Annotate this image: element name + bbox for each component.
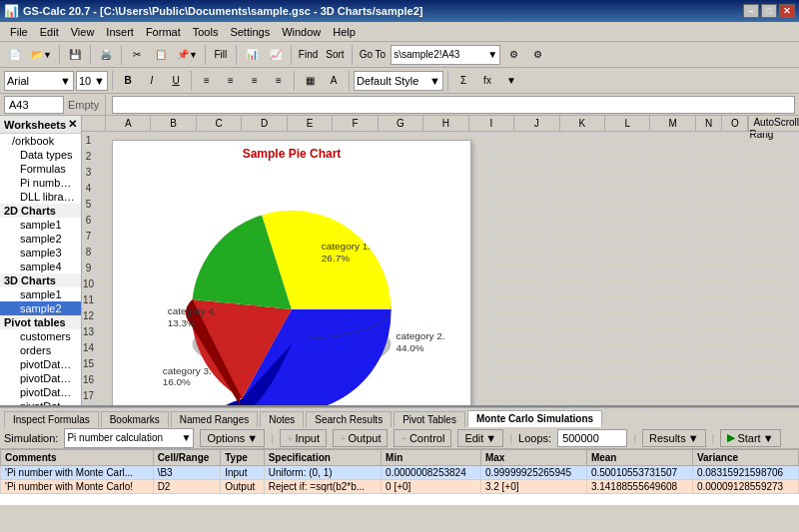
- cell-16-11[interactable]: [644, 372, 694, 388]
- sort-button[interactable]: Sort: [323, 44, 347, 66]
- menu-insert[interactable]: Insert: [100, 24, 140, 40]
- fx-button[interactable]: fx: [476, 70, 498, 92]
- cell-8-11[interactable]: [644, 245, 694, 261]
- cell-14-8[interactable]: [494, 340, 544, 356]
- cell-8-12[interactable]: [694, 245, 744, 261]
- cell-3-12[interactable]: [694, 165, 744, 181]
- chart-button[interactable]: 📊: [241, 44, 263, 66]
- cell-11-14[interactable]: [794, 292, 799, 308]
- start-button[interactable]: ▶ Start▼: [720, 429, 780, 447]
- cell-7-11[interactable]: [644, 229, 694, 245]
- cell-18-9[interactable]: [544, 404, 594, 406]
- menu-format[interactable]: Format: [140, 24, 187, 40]
- cell-6-11[interactable]: [644, 213, 694, 229]
- cell-2-11[interactable]: [644, 149, 694, 165]
- align-center-button[interactable]: ≡: [220, 70, 242, 92]
- cell-7-13[interactable]: [744, 229, 794, 245]
- align-right-button[interactable]: ≡: [244, 70, 266, 92]
- cell-5-10[interactable]: [594, 197, 644, 213]
- sidebar-item-3d-sample2[interactable]: sample2: [0, 301, 81, 315]
- tab-notes[interactable]: Notes: [260, 411, 304, 427]
- goto-input[interactable]: s\sample2!A43 ▼: [391, 45, 500, 65]
- cell-16-10[interactable]: [594, 372, 644, 388]
- font-dropdown-icon[interactable]: ▼: [60, 75, 71, 87]
- cell-17-10[interactable]: [594, 388, 644, 404]
- find-button[interactable]: Find: [296, 44, 321, 66]
- font-name-dropdown[interactable]: Arial ▼: [4, 71, 74, 91]
- cell-3-13[interactable]: [744, 165, 794, 181]
- cell-7-8[interactable]: [494, 229, 544, 245]
- cell-12-12[interactable]: [694, 308, 744, 324]
- cell-16-12[interactable]: [694, 372, 744, 388]
- cell-9-8[interactable]: [494, 261, 544, 276]
- input-button[interactable]: + Input: [280, 429, 327, 447]
- cell-1-10[interactable]: [594, 133, 644, 149]
- print-button[interactable]: 🖨️: [95, 44, 117, 66]
- cell-11-8[interactable]: [494, 292, 544, 308]
- bold-button[interactable]: B: [117, 70, 139, 92]
- cell-5-13[interactable]: [744, 197, 794, 213]
- cell-7-14[interactable]: [794, 229, 799, 245]
- extra-btn2[interactable]: ⚙: [526, 44, 548, 66]
- cell-7-9[interactable]: [544, 229, 594, 245]
- cell-15-13[interactable]: [744, 356, 794, 372]
- cell-9-12[interactable]: [694, 261, 744, 276]
- style-dropdown[interactable]: Default Style ▼: [354, 71, 443, 91]
- sidebar-item-2d-sample4[interactable]: sample4: [0, 260, 81, 273]
- cell-4-10[interactable]: [594, 181, 644, 197]
- cell-6-14[interactable]: [794, 213, 799, 229]
- cut-button[interactable]: ✂: [126, 44, 148, 66]
- italic-button[interactable]: I: [141, 70, 163, 92]
- menu-settings[interactable]: Settings: [224, 24, 276, 40]
- cell-8-13[interactable]: [744, 245, 794, 261]
- cell-18-8[interactable]: [494, 404, 544, 406]
- align-justify-button[interactable]: ≡: [268, 70, 290, 92]
- cell-18-10[interactable]: [594, 404, 644, 406]
- cell-7-12[interactable]: [694, 229, 744, 245]
- col-header-n[interactable]: N: [696, 116, 722, 131]
- col-header-e[interactable]: E: [288, 116, 333, 131]
- cell-3-14[interactable]: [794, 165, 799, 181]
- cell-3-8[interactable]: [494, 165, 544, 181]
- cell-18-11[interactable]: [644, 404, 694, 406]
- goto-button[interactable]: Go To: [357, 44, 390, 66]
- cell-3-9[interactable]: [544, 165, 594, 181]
- col-header-j[interactable]: J: [514, 116, 559, 131]
- sim-calc-dropdown[interactable]: Pi number calculation ▼: [64, 428, 194, 448]
- cell-4-11[interactable]: [644, 181, 694, 197]
- cell-13-11[interactable]: [644, 324, 694, 340]
- menu-help[interactable]: Help: [327, 24, 362, 40]
- cell-11-9[interactable]: [544, 292, 594, 308]
- results-button[interactable]: Results▼: [642, 429, 706, 447]
- cell-12-10[interactable]: [594, 308, 644, 324]
- cell-8-10[interactable]: [594, 245, 644, 261]
- menu-tools[interactable]: Tools: [187, 24, 225, 40]
- cell-1-11[interactable]: [644, 133, 694, 149]
- cell-16-13[interactable]: [744, 372, 794, 388]
- sidebar-item-2d-sample2[interactable]: sample2: [0, 232, 81, 246]
- col-header-c[interactable]: C: [197, 116, 242, 131]
- cell-10-10[interactable]: [594, 276, 644, 292]
- cell-6-12[interactable]: [694, 213, 744, 229]
- col-header-f[interactable]: F: [333, 116, 378, 131]
- cell-9-11[interactable]: [644, 261, 694, 276]
- sum-button[interactable]: Σ: [452, 70, 474, 92]
- cell-15-9[interactable]: [544, 356, 594, 372]
- font-size-dropdown-icon[interactable]: ▼: [94, 75, 105, 87]
- menu-edit[interactable]: Edit: [34, 24, 65, 40]
- maximize-button[interactable]: □: [761, 4, 777, 18]
- loops-input[interactable]: [557, 429, 627, 447]
- paste-button[interactable]: 📌 ▼: [174, 44, 201, 66]
- cell-16-9[interactable]: [544, 372, 594, 388]
- cell-16-14[interactable]: [794, 372, 799, 388]
- cell-9-14[interactable]: [794, 261, 799, 276]
- tab-monte-carlo[interactable]: Monte Carlo Simulations: [467, 410, 602, 427]
- tab-pivot-tables[interactable]: Pivot Tables: [394, 411, 465, 427]
- font-size-dropdown[interactable]: 10 ▼: [76, 71, 108, 91]
- cell-4-12[interactable]: [694, 181, 744, 197]
- cell-7-10[interactable]: [594, 229, 644, 245]
- cell-9-13[interactable]: [744, 261, 794, 276]
- cell-3-11[interactable]: [644, 165, 694, 181]
- cell-2-10[interactable]: [594, 149, 644, 165]
- col-header-b[interactable]: B: [151, 116, 196, 131]
